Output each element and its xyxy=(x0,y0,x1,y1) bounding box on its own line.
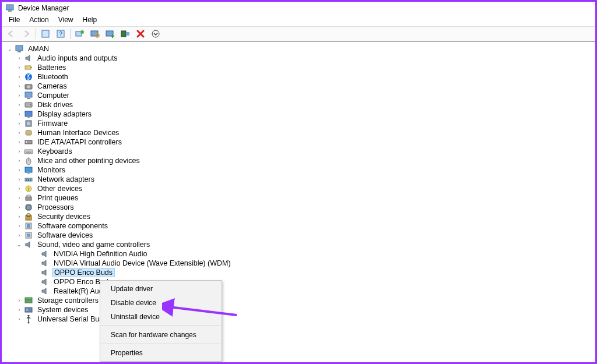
toolbar-help[interactable]: ? xyxy=(54,27,68,40)
chevron-right-icon[interactable]: › xyxy=(16,157,23,164)
tree-node[interactable]: ›Monitors xyxy=(2,165,595,175)
tree-node-label[interactable]: Computer xyxy=(36,91,71,100)
chevron-right-icon[interactable]: › xyxy=(16,213,23,220)
chevron-right-icon[interactable]: › xyxy=(16,120,23,127)
tree-node[interactable]: ›Display adapters xyxy=(2,109,595,119)
tree-node-label[interactable]: Bluetooth xyxy=(36,72,70,82)
chevron-right-icon[interactable]: › xyxy=(16,83,23,90)
tree-node-label[interactable]: Sound, video and game controllers xyxy=(36,240,152,249)
tree-node[interactable]: ›Software components xyxy=(2,221,595,231)
tree-node-label[interactable]: Storage controllers xyxy=(36,296,100,305)
tree-node-label[interactable]: OPPO Enco Buds xyxy=(52,268,115,277)
tree-node[interactable]: ›Cameras xyxy=(2,82,595,91)
tree-node[interactable]: ›Storage controllers xyxy=(2,296,595,305)
tree-node[interactable]: ›Mice and other pointing devices xyxy=(2,156,595,165)
tree-node[interactable]: ⌄AMAN xyxy=(2,44,595,54)
tree-node-label[interactable]: Keyboards xyxy=(36,147,74,156)
tree-node[interactable]: ›Disk drives xyxy=(2,100,595,109)
tree-node[interactable]: ›Print queues xyxy=(2,193,595,203)
context-menu-item[interactable]: Properties xyxy=(100,346,222,360)
tree-node[interactable]: NVIDIA High Definition Audio xyxy=(2,249,595,259)
tree-node-label[interactable]: Other devices xyxy=(36,184,84,193)
context-menu-item[interactable]: Update driver xyxy=(100,282,222,296)
tree-node[interactable]: ›Security devices xyxy=(2,212,595,221)
device-tree[interactable]: ⌄AMAN›Audio inputs and outputs›Batteries… xyxy=(2,41,595,362)
tree-node[interactable]: ›Audio inputs and outputs xyxy=(2,54,595,63)
tree-node[interactable]: ›Keyboards xyxy=(2,147,595,156)
tree-node-label[interactable]: Cameras xyxy=(36,82,69,91)
tree-node-label[interactable]: Display adapters xyxy=(36,109,93,119)
chevron-right-icon[interactable]: › xyxy=(16,73,23,80)
tree-node[interactable]: ›Network adapters xyxy=(2,175,595,184)
tree-node-label[interactable]: NVIDIA Virtual Audio Device (Wave Extens… xyxy=(52,259,233,268)
tree-node-label[interactable]: IDE ATA/ATAPI controllers xyxy=(36,137,124,147)
tree-node[interactable]: ›Firmware xyxy=(2,119,595,128)
tree-node-label[interactable]: Mice and other pointing devices xyxy=(36,156,142,165)
toolbar-update-driver[interactable] xyxy=(73,27,87,40)
context-menu-item[interactable]: Scan for hardware changes xyxy=(100,328,222,342)
tree-node[interactable]: ›!Other devices xyxy=(2,184,595,193)
tree-node-label[interactable]: Software components xyxy=(36,221,110,231)
toolbar-show-hidden[interactable] xyxy=(38,27,52,40)
menu-action[interactable]: Action xyxy=(24,15,53,26)
tree-node-label[interactable]: Firmware xyxy=(36,119,69,128)
chevron-right-icon[interactable]: › xyxy=(16,316,23,323)
tree-node-label[interactable]: Batteries xyxy=(36,63,68,72)
menu-file[interactable]: File xyxy=(4,15,24,26)
menu-view[interactable]: View xyxy=(54,15,78,26)
chevron-right-icon[interactable]: › xyxy=(16,176,23,183)
chevron-down-icon[interactable]: ⌄ xyxy=(16,241,23,248)
tree-node-label[interactable]: Disk drives xyxy=(36,100,75,109)
tree-node[interactable]: ›Human Interface Devices xyxy=(2,128,595,137)
tree-node-label[interactable]: AMAN xyxy=(26,44,51,54)
menu-help[interactable]: Help xyxy=(78,15,102,26)
toolbar-uninstall[interactable] xyxy=(118,27,132,40)
tree-node[interactable]: OPPO Enco Buds xyxy=(2,268,595,277)
tree-node[interactable]: ›IDE ATA/ATAPI controllers xyxy=(2,137,595,147)
chevron-right-icon[interactable]: › xyxy=(16,64,23,71)
tree-node[interactable]: ›Software devices xyxy=(2,231,595,240)
toolbar-scan-hardware[interactable] xyxy=(88,27,102,40)
tree-node[interactable]: ›Computer xyxy=(2,91,595,100)
chevron-right-icon[interactable]: › xyxy=(16,129,23,136)
chevron-right-icon[interactable]: › xyxy=(16,297,23,304)
tree-node-label[interactable]: Audio inputs and outputs xyxy=(36,54,120,63)
chevron-down-icon[interactable]: ⌄ xyxy=(6,45,13,52)
tree-node-label[interactable]: Processors xyxy=(36,203,76,212)
tree-node-label[interactable]: Human Interface Devices xyxy=(36,128,121,137)
chevron-right-icon[interactable]: › xyxy=(16,195,23,202)
toolbar-properties[interactable] xyxy=(134,27,148,40)
chevron-right-icon[interactable]: › xyxy=(16,204,23,211)
context-menu-item[interactable]: Uninstall device xyxy=(100,310,222,324)
tree-node-label[interactable]: Security devices xyxy=(36,212,92,221)
tree-node[interactable]: NVIDIA Virtual Audio Device (Wave Extens… xyxy=(2,259,595,268)
tree-node-label[interactable]: Monitors xyxy=(36,165,67,175)
toolbar-enable-disable[interactable] xyxy=(149,27,163,40)
chevron-right-icon[interactable]: › xyxy=(16,185,23,192)
chevron-right-icon[interactable]: › xyxy=(16,92,23,99)
tree-node-label[interactable]: Universal Serial Bus xyxy=(36,314,105,324)
chevron-right-icon[interactable]: › xyxy=(16,101,23,108)
tree-node-label[interactable]: Print queues xyxy=(36,193,80,203)
tree-node-label[interactable]: NVIDIA High Definition Audio xyxy=(52,249,149,259)
tree-node[interactable]: ›System devices xyxy=(2,305,595,314)
tree-node[interactable]: ›Universal Serial Bus xyxy=(2,314,595,324)
context-menu-item[interactable]: Disable device xyxy=(100,296,222,310)
chevron-right-icon[interactable]: › xyxy=(16,111,23,118)
tree-node-label[interactable]: System devices xyxy=(36,305,90,314)
tree-node[interactable]: ›Bluetooth xyxy=(2,72,595,82)
tree-node[interactable]: ⌄Sound, video and game controllers xyxy=(2,240,595,249)
tree-node[interactable]: Realtek(R) Audio xyxy=(2,287,595,296)
chevron-right-icon[interactable]: › xyxy=(16,232,23,239)
tree-node-label[interactable]: Network adapters xyxy=(36,175,96,184)
chevron-right-icon[interactable]: › xyxy=(16,55,23,62)
tree-node-label[interactable]: Software devices xyxy=(36,231,94,240)
chevron-right-icon[interactable]: › xyxy=(16,306,23,313)
tree-node[interactable]: ›Processors xyxy=(2,203,595,212)
tree-node[interactable]: OPPO Enco Buds xyxy=(2,277,595,287)
chevron-right-icon[interactable]: › xyxy=(16,222,23,229)
tree-node[interactable]: ›Batteries xyxy=(2,63,595,72)
toolbar-add-legacy[interactable] xyxy=(103,27,117,40)
chevron-right-icon[interactable]: › xyxy=(16,148,23,155)
chevron-right-icon[interactable]: › xyxy=(16,139,23,146)
